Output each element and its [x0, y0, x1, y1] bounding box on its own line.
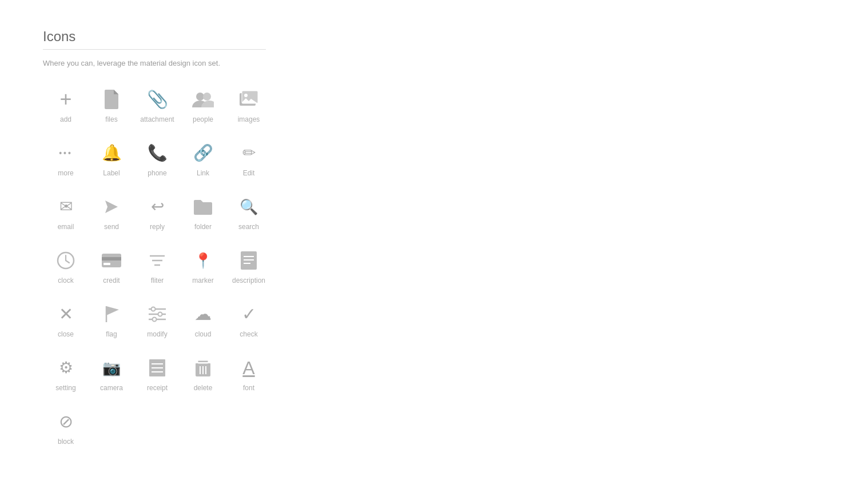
font-icon: A [242, 356, 254, 379]
icon-label-files: files [105, 115, 117, 123]
icon-label-attachment: attachment [140, 115, 174, 123]
icon-item-email: ✉ email [43, 195, 89, 231]
icon-item-description: description [226, 249, 272, 284]
icon-item-delete: delete [180, 356, 226, 392]
icon-item-images: images [226, 88, 272, 123]
icon-item-flag: flag [89, 303, 134, 338]
icon-item-marker: 📍 marker [180, 249, 226, 284]
icon-item-block: ⊘ block [43, 410, 89, 446]
icon-item-search: 🔍 search [226, 195, 272, 231]
svg-point-22 [152, 307, 156, 311]
clock-icon [57, 249, 75, 272]
icon-label-more: more [58, 169, 73, 177]
icon-item-files: files [89, 88, 134, 123]
icon-label-flag: flag [106, 330, 117, 338]
icon-item-filter: fliter [134, 249, 180, 284]
page-title: Icons [43, 29, 825, 45]
phone-icon: 📞 [148, 142, 168, 165]
folder-icon [193, 195, 213, 218]
marker-icon: 📍 [194, 249, 212, 272]
icon-label-close: close [58, 330, 74, 338]
email-icon: ✉ [59, 195, 73, 218]
more-icon: ••• [59, 142, 73, 165]
check-icon: ✓ [242, 303, 256, 326]
icon-label-cloud: cloud [195, 330, 212, 338]
icon-label-email: email [58, 223, 74, 231]
receipt-icon [149, 356, 166, 379]
icon-item-cloud: ☁ cloud [180, 303, 226, 338]
icon-item-camera: 📷 camera [89, 356, 134, 392]
attachment-icon: 📎 [147, 88, 168, 111]
icon-item-send: send [89, 195, 134, 231]
icon-label-send: send [104, 223, 119, 231]
credit-icon [101, 249, 122, 272]
images-icon [238, 88, 259, 111]
icon-item-font: A font [226, 356, 272, 392]
close-icon: ✕ [59, 303, 73, 326]
icon-item-clock: clock [43, 249, 89, 284]
svg-marker-20 [106, 306, 119, 315]
icon-label-credit: credit [103, 276, 120, 284]
icon-item-receipt: receipt [134, 356, 180, 392]
icon-label-check: check [240, 330, 257, 338]
icon-label-modify: modify [147, 330, 167, 338]
icon-label-edit: Edit [243, 169, 255, 177]
icon-item-people: people [180, 88, 226, 123]
title-divider [43, 49, 266, 50]
icon-label-marker: marker [192, 276, 213, 284]
icon-label-delete: delete [194, 384, 213, 392]
icon-label-setting: setting [55, 384, 75, 392]
svg-rect-10 [102, 257, 121, 260]
svg-point-0 [196, 93, 204, 101]
icon-label-clock: clock [58, 276, 73, 284]
icon-item-close: ✕ close [43, 303, 89, 338]
icon-label-description: description [232, 276, 265, 284]
icon-label-link: Link [197, 169, 209, 177]
icon-label-filter: fliter [151, 276, 164, 284]
icon-item-credit: credit [89, 249, 134, 284]
icon-item-check: ✓ check [226, 303, 272, 338]
add-icon: + [59, 88, 71, 111]
icon-label-camera: camera [100, 384, 123, 392]
icon-item-add: + add [43, 88, 89, 123]
icon-label-people: people [193, 115, 213, 123]
icon-label-images: images [238, 115, 260, 123]
filter-icon [149, 249, 166, 272]
modify-icon [148, 303, 167, 326]
people-icon [192, 88, 214, 111]
svg-marker-5 [105, 201, 118, 213]
svg-point-26 [153, 318, 157, 322]
reply-icon: ↩ [151, 195, 164, 218]
svg-point-24 [158, 312, 162, 316]
setting-icon: ⚙ [59, 356, 73, 379]
link-icon: 🔗 [193, 142, 213, 165]
label-icon: 🔔 [102, 142, 122, 165]
edit-icon: ✏ [242, 142, 256, 165]
icon-item-phone: 📞 phone [134, 142, 180, 177]
svg-rect-11 [103, 263, 110, 265]
page: Icons Where you can, leverage the materi… [0, 0, 868, 474]
icon-label-folder: folder [194, 223, 212, 231]
icon-label-add: add [60, 115, 71, 123]
icons-grid: + add files 📎 attachment [43, 88, 825, 446]
files-icon [103, 88, 120, 111]
icon-label-search: search [238, 223, 259, 231]
icon-label-label: Label [103, 169, 120, 177]
delete-icon [195, 356, 211, 379]
icon-item-reply: ↩ reply [134, 195, 180, 231]
icon-item-modify: modify [134, 303, 180, 338]
page-subtitle: Where you can, leverage the material des… [43, 59, 825, 67]
icon-item-folder: folder [180, 195, 226, 231]
icon-item-attachment: 📎 attachment [134, 88, 180, 123]
svg-point-4 [244, 94, 248, 97]
icon-label-phone: phone [148, 169, 166, 177]
icon-item-edit: ✏ Edit [226, 142, 272, 177]
icon-item-more: ••• more [43, 142, 89, 177]
description-icon [240, 249, 257, 272]
icon-item-setting: ⚙ setting [43, 356, 89, 392]
camera-icon: 📷 [102, 356, 121, 379]
icon-label-receipt: receipt [147, 384, 168, 392]
flag-icon [104, 303, 119, 326]
svg-point-1 [203, 93, 211, 101]
icon-label-font: font [243, 384, 254, 392]
